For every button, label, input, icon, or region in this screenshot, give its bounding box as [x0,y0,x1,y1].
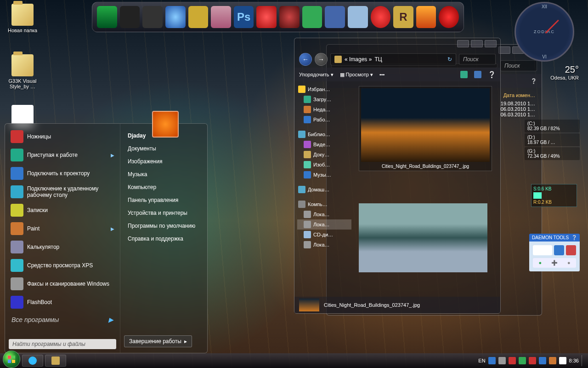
dock-item[interactable] [211,6,231,28]
tree-item[interactable]: Музы… [297,170,351,180]
start-menu-item[interactable]: Средство просмотра XPS [9,256,116,275]
start-menu-item[interactable]: Факсы и сканирование Windows [9,275,116,293]
drive-row[interactable]: (C:)82.39 GB / 82% [525,120,580,132]
tray-icon[interactable] [509,357,516,364]
drive-row[interactable]: (G:)72.34 GB / 49% [525,147,580,160]
dock-item[interactable] [302,6,322,28]
daemon-drive-icon[interactable] [533,245,552,255]
drive-row[interactable]: (D:)18.97 GB / … [525,133,580,146]
tree-item[interactable]: Изоб… [297,160,351,170]
start-menu-right-item[interactable]: Справка и поддержка [124,232,204,245]
tree-item[interactable]: Неда… [297,104,351,115]
start-menu-item[interactable]: Ножницы [9,127,116,146]
start-menu-right-item[interactable]: Музыка [124,168,204,181]
daemon-disc-icon[interactable]: ● [567,260,571,266]
close-button[interactable] [485,40,497,47]
tree-home[interactable]: Домаш… [297,184,351,195]
explorer-window-front[interactable]: ← → « Images » ТЦ ↻ Поиск Упорядочить ▾ … [294,38,501,314]
taskbar-clock[interactable]: 8:36 [569,358,579,363]
view-mode-icon[interactable] [460,71,468,78]
user-avatar[interactable] [152,111,179,138]
daemon-plus-icon[interactable]: ➕ [551,260,558,266]
start-menu-item[interactable]: Paint▶ [9,219,116,238]
tree-computer[interactable]: Компь… [297,199,351,209]
back-button[interactable]: ← [299,53,312,66]
daemon-mount-button[interactable] [554,245,564,255]
window-titlebar[interactable] [294,38,500,51]
start-menu-right-item[interactable]: Изображения [124,155,204,168]
daemon-tools-gadget[interactable]: DAEMON TOOLS ❔ ● ➕ ● [529,234,580,271]
tray-icon[interactable] [549,357,556,364]
taskbar-item-explorer[interactable] [45,355,66,367]
start-menu-item[interactable]: Приступая к работе▶ [9,146,116,164]
start-menu-right-item[interactable]: Устройства и принтеры [124,207,204,219]
tree-item-selected[interactable]: Лока… [297,219,351,230]
tree-item[interactable]: Загру… [297,94,351,104]
dock-item[interactable] [165,6,186,28]
tree-item[interactable]: Доку… [297,150,351,160]
tree-item[interactable]: Рабо… [297,115,351,125]
start-menu-item[interactable]: Записки [9,201,116,219]
dock-item[interactable] [97,6,117,28]
search-input[interactable]: Найти программы и файлы [9,339,116,349]
start-menu-item[interactable]: Подключить к проектору [9,164,116,183]
tree-item[interactable]: Виде… [297,139,351,150]
dock-photoshop[interactable]: Ps [234,6,254,28]
dock-item[interactable] [279,6,300,28]
dock-item[interactable]: R [393,6,413,28]
dock-power[interactable] [439,6,459,28]
start-menu-right-item[interactable]: Компьютер [124,181,204,194]
dock-item[interactable] [120,6,140,28]
more-menu[interactable]: ••• [379,72,385,77]
start-button[interactable] [3,351,20,368]
start-menu-item[interactable]: FlashBoot [9,293,116,311]
tree-favorites[interactable]: Избран… [297,84,351,94]
tray-icon[interactable] [539,357,546,364]
dock-trash[interactable] [348,6,368,28]
tree-item[interactable]: Лока… [297,209,351,219]
tray-icon[interactable] [519,357,526,364]
daemon-unmount-button[interactable] [566,245,576,255]
dock-clock[interactable] [371,6,391,28]
tray-volume-icon[interactable] [559,357,566,364]
dock-item[interactable] [256,6,277,28]
daemon-add-icon[interactable]: ● [538,260,542,266]
weather-gadget[interactable]: 25° Odesa, UKR [528,64,579,80]
minimize-button[interactable] [457,40,469,47]
start-menu-right-item[interactable]: Документы [124,142,204,155]
maximize-button[interactable] [471,40,483,47]
forward-button[interactable]: → [315,53,328,66]
tree-libraries[interactable]: Библио… [297,129,351,139]
network-monitor-gadget[interactable]: S:0.6 KB R:0.2 KB [531,184,577,207]
tray-icon[interactable] [529,357,536,364]
breadcrumb[interactable]: « Images » ТЦ ↻ [330,53,456,65]
file-content-area[interactable]: Cities_Night_Road_Buildings_023747_.jpg [354,81,500,297]
show-desktop-button[interactable] [582,355,585,366]
tray-icon[interactable] [488,357,496,364]
view-menu[interactable]: ▦ Просмотр ▾ [340,72,373,78]
breadcrumb-item[interactable]: « Images » [345,56,372,63]
tree-item[interactable]: CD-ди… [297,230,351,240]
breadcrumb-item[interactable]: ТЦ [374,56,382,63]
refresh-icon[interactable]: ↻ [447,56,452,63]
desktop-icon-folder[interactable]: G33K Visual Style_by … [6,54,39,89]
drives-gadget[interactable]: (C:)82.39 GB / 82% (D:)18.97 GB / … (G:)… [525,120,580,161]
dock-item[interactable] [325,6,345,28]
dock-item[interactable] [142,6,163,28]
dock-item[interactable] [416,6,436,28]
start-menu-item[interactable]: Подключение к удаленному рабочему столу [9,183,116,201]
image-thumbnail[interactable]: Cities_Night_Road_Buildings_023747_.jpg [359,86,492,171]
start-menu-right-item[interactable]: Программы по умолчанию [124,219,204,232]
start-menu-item[interactable]: Калькулятор [9,238,116,256]
organize-menu[interactable]: Упорядочить ▾ [299,72,334,78]
tray-icon[interactable] [498,357,506,364]
clock-gadget[interactable]: ZODIAC XII VI [514,2,574,62]
all-programs[interactable]: Все программы▶ [9,311,116,328]
tree-item[interactable]: Лока… [297,240,351,250]
search-input[interactable]: Поиск [459,54,496,65]
help-icon[interactable]: ❔ [488,71,496,78]
shutdown-button[interactable]: Завершение работы▸ [124,335,192,347]
language-indicator[interactable]: EN [478,358,485,363]
dock-item[interactable] [188,6,209,28]
taskbar-item-skype[interactable] [22,355,43,367]
